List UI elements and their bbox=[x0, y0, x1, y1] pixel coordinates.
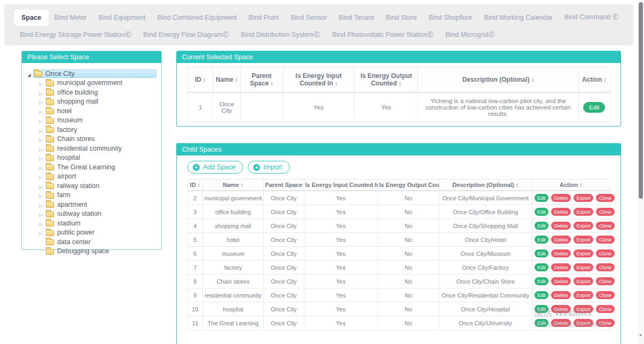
delete-button[interactable]: Delete bbox=[551, 249, 571, 257]
tree-expand-icon[interactable] bbox=[37, 126, 45, 134]
tab[interactable]: Bind Photovoltaic Power StationⒺ bbox=[326, 26, 439, 44]
tree-item-body[interactable]: residential community bbox=[45, 144, 156, 153]
tab[interactable]: Space bbox=[14, 10, 49, 26]
tree-item-body[interactable]: subway station bbox=[45, 209, 156, 218]
tree-expand-icon[interactable] bbox=[37, 107, 45, 115]
tree-item-body[interactable]: factory bbox=[45, 126, 156, 134]
tree-expand-icon[interactable] bbox=[37, 200, 45, 209]
export-button[interactable]: Export bbox=[574, 208, 593, 216]
tree-item-body[interactable]: hotel bbox=[45, 107, 156, 115]
tab[interactable]: Bind Energy Flow DiagramⒺ bbox=[137, 26, 235, 44]
tree-item-body[interactable]: office building bbox=[45, 88, 156, 97]
tree-item-body[interactable]: data center bbox=[45, 238, 156, 246]
column-header[interactable]: Parent Space bbox=[264, 179, 304, 191]
tree-item-body[interactable]: railway station bbox=[45, 182, 156, 190]
clone-button[interactable]: Clone bbox=[596, 249, 615, 257]
tab[interactable]: Bind Combined Equipment bbox=[152, 10, 243, 26]
scrollbar[interactable] bbox=[638, 0, 644, 344]
tree-item-body[interactable]: Once City bbox=[33, 69, 156, 78]
tree-item[interactable]: Chain stores bbox=[22, 135, 159, 144]
tree-item[interactable]: Once City bbox=[22, 69, 159, 79]
tree-expand-icon[interactable] bbox=[37, 182, 45, 190]
delete-button[interactable]: Delete bbox=[551, 263, 571, 271]
column-header[interactable]: ID bbox=[188, 179, 203, 191]
edit-button[interactable]: Edit bbox=[535, 236, 549, 244]
edit-button[interactable]: Edit bbox=[535, 194, 549, 202]
clone-button[interactable]: Clone bbox=[596, 194, 615, 202]
tree-item[interactable]: apartment bbox=[22, 200, 159, 209]
tree-item[interactable]: hotel bbox=[22, 106, 159, 116]
tree-item[interactable]: residential community bbox=[22, 144, 159, 153]
column-header[interactable]: Action bbox=[532, 179, 610, 191]
tab[interactable]: Bind MicrogridⒺ bbox=[439, 26, 500, 44]
tree-item-body[interactable]: municipal government bbox=[45, 79, 156, 87]
delete-button[interactable]: Delete bbox=[551, 236, 571, 244]
edit-button[interactable]: Edit bbox=[583, 102, 605, 113]
export-button[interactable]: Export bbox=[574, 194, 593, 202]
clone-button[interactable]: Clone bbox=[596, 222, 615, 230]
edit-button[interactable]: Edit bbox=[535, 222, 549, 230]
tree-expand-icon[interactable] bbox=[37, 209, 45, 218]
clone-button[interactable]: Clone bbox=[596, 236, 615, 244]
tree-item[interactable]: museum bbox=[22, 116, 159, 126]
tree-expand-icon[interactable] bbox=[25, 69, 33, 78]
tree-item[interactable]: airport bbox=[22, 172, 159, 182]
add-space-button[interactable]: Add Space bbox=[187, 161, 243, 174]
edit-button[interactable]: Edit bbox=[535, 291, 549, 299]
delete-button[interactable]: Delete bbox=[551, 291, 571, 299]
edit-button[interactable]: Edit bbox=[535, 305, 549, 313]
clone-button[interactable]: Clone bbox=[596, 305, 615, 313]
tree-item-body[interactable]: The Great Learning bbox=[45, 163, 156, 171]
tree-item[interactable]: data center bbox=[22, 237, 159, 247]
delete-button[interactable]: Delete bbox=[551, 194, 571, 202]
import-button[interactable]: Import bbox=[248, 161, 289, 174]
tab[interactable]: Bind Working Calendar bbox=[478, 10, 559, 26]
tree-item[interactable]: Debugging space bbox=[22, 247, 159, 256]
tree-item[interactable]: railway station bbox=[22, 181, 159, 191]
tab[interactable]: Bind Shopfloor bbox=[423, 10, 478, 26]
clone-button[interactable]: Clone bbox=[596, 319, 615, 327]
tree-item[interactable]: municipal government bbox=[22, 79, 159, 88]
export-button[interactable]: Export bbox=[574, 222, 593, 230]
tree-item-body[interactable]: hospital bbox=[45, 153, 156, 162]
delete-button[interactable]: Delete bbox=[551, 305, 571, 313]
tree-expand-icon[interactable] bbox=[37, 219, 45, 228]
clone-button[interactable]: Clone bbox=[596, 277, 615, 285]
export-button[interactable]: Export bbox=[574, 305, 593, 313]
column-header[interactable]: Description (Optional) bbox=[439, 179, 532, 191]
export-button[interactable]: Export bbox=[574, 249, 593, 257]
export-button[interactable]: Export bbox=[574, 236, 593, 244]
edit-button[interactable]: Edit bbox=[535, 249, 549, 257]
tab[interactable]: Bind Store bbox=[380, 10, 422, 26]
column-header[interactable]: ID bbox=[188, 67, 213, 93]
tab[interactable]: Bind Tenant bbox=[333, 10, 380, 26]
column-header[interactable]: Name bbox=[213, 67, 240, 93]
tab[interactable]: Bind Equipment bbox=[92, 10, 151, 26]
export-button[interactable]: Export bbox=[574, 319, 593, 327]
tree-item-body[interactable]: Debugging space bbox=[45, 247, 156, 255]
tree-expand-icon[interactable] bbox=[37, 97, 45, 106]
tree-item-body[interactable]: shopping mall bbox=[45, 97, 156, 106]
export-button[interactable]: Export bbox=[574, 277, 593, 285]
tree-item-body[interactable]: Chain stores bbox=[45, 135, 156, 143]
column-header[interactable]: Action bbox=[578, 67, 610, 93]
delete-button[interactable]: Delete bbox=[551, 222, 571, 230]
tree-expand-icon[interactable] bbox=[37, 172, 45, 181]
clone-button[interactable]: Clone bbox=[596, 263, 615, 271]
tree-item[interactable]: farm bbox=[22, 191, 159, 200]
tree-expand-icon[interactable] bbox=[37, 144, 45, 153]
tab[interactable]: Bind Distribution SystemⒺ bbox=[235, 26, 326, 44]
tree-item[interactable]: shopping mall bbox=[22, 97, 159, 107]
edit-button[interactable]: Edit bbox=[535, 277, 549, 285]
tree-expand-icon[interactable] bbox=[37, 116, 45, 124]
tab[interactable]: Bind Meter bbox=[49, 10, 92, 26]
tree-item[interactable]: public power bbox=[22, 228, 159, 238]
tree-item[interactable]: subway station bbox=[22, 209, 159, 219]
tree-expand-icon[interactable] bbox=[37, 163, 45, 171]
delete-button[interactable]: Delete bbox=[551, 208, 571, 216]
tree-expand-icon[interactable] bbox=[37, 135, 45, 143]
tree-item-body[interactable]: public power bbox=[45, 228, 156, 237]
tree-expand-icon[interactable] bbox=[37, 191, 45, 199]
tree-expand-icon[interactable] bbox=[37, 228, 45, 237]
column-header[interactable]: Description (Optional) bbox=[418, 67, 579, 93]
